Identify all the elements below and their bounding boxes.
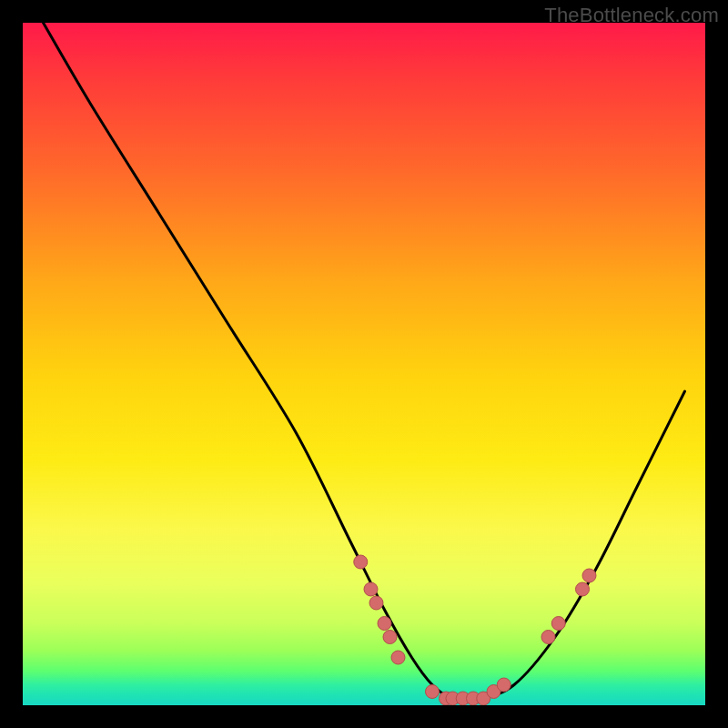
curve-marker xyxy=(383,631,397,644)
curve-marker xyxy=(551,617,565,631)
chart-svg xyxy=(23,23,705,705)
curve-markers xyxy=(354,555,596,705)
curve-marker xyxy=(541,631,555,644)
curve-marker xyxy=(378,617,391,631)
curve-marker xyxy=(354,555,368,569)
plot-area xyxy=(23,23,705,705)
curve-marker xyxy=(364,582,378,596)
curve-marker xyxy=(576,582,590,596)
curve-marker xyxy=(582,569,596,582)
bottleneck-curve xyxy=(44,23,685,700)
curve-marker xyxy=(426,685,440,699)
curve-marker xyxy=(369,596,383,610)
curve-marker xyxy=(391,651,405,664)
chart-frame: TheBottleneck.com xyxy=(0,0,728,728)
curve-marker xyxy=(497,678,511,692)
